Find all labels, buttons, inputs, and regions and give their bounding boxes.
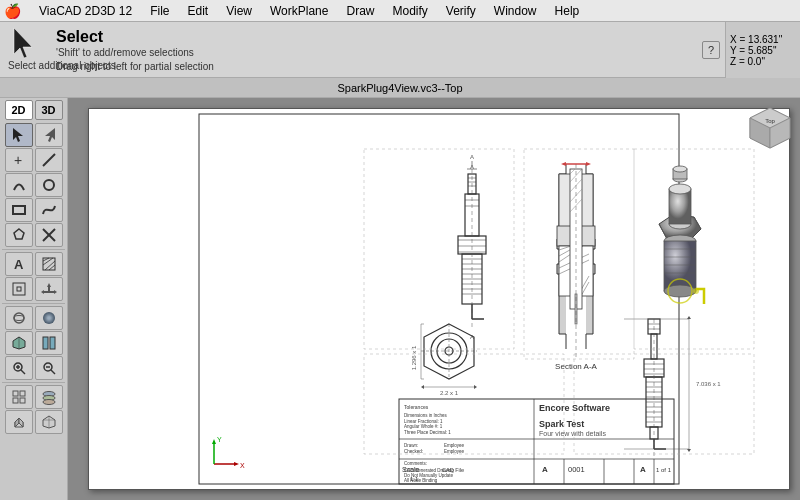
svg-rect-34: [20, 391, 25, 396]
menu-view[interactable]: View: [218, 2, 260, 20]
svg-rect-17: [17, 287, 21, 291]
svg-text:Four view with details: Four view with details: [539, 430, 606, 437]
toolbar-title: Select: [56, 28, 214, 46]
iso-view-cube[interactable]: [35, 410, 63, 434]
mode-2d-button[interactable]: 2D: [5, 100, 33, 120]
svg-text:0001: 0001: [568, 465, 585, 474]
svg-text:Tolerances: Tolerances: [404, 404, 429, 410]
fillet-tool[interactable]: [35, 331, 63, 355]
text-tools-row: A: [5, 252, 63, 276]
view-cube[interactable]: Top: [745, 103, 795, 153]
svg-line-31: [51, 370, 55, 374]
bottom-tools-row2: [5, 410, 63, 434]
svg-marker-7: [14, 229, 24, 239]
svg-text:1:1: 1:1: [410, 476, 419, 482]
svg-point-5: [44, 180, 54, 190]
menu-viacad[interactable]: ViaCAD 2D3D 12: [31, 2, 140, 20]
svg-text:+: +: [14, 152, 22, 168]
svg-marker-2: [45, 128, 55, 142]
menu-file[interactable]: File: [142, 2, 177, 20]
mode-3d-button[interactable]: 3D: [35, 100, 63, 120]
z-coord: Z = 0.0": [730, 56, 765, 67]
menu-edit[interactable]: Edit: [180, 2, 217, 20]
apple-logo: 🍎: [4, 3, 21, 19]
svg-rect-6: [13, 206, 25, 214]
rect-tool[interactable]: [5, 198, 33, 222]
spline-tool[interactable]: [35, 198, 63, 222]
svg-rect-133: [664, 241, 696, 291]
menu-workplane[interactable]: WorkPlane: [262, 2, 336, 20]
move-tool[interactable]: [35, 277, 63, 301]
svg-point-146: [693, 288, 699, 294]
svg-text:Checked:: Checked:: [404, 449, 423, 454]
svg-marker-18: [41, 283, 57, 294]
svg-text:1 of 1: 1 of 1: [656, 467, 672, 473]
circle-tool[interactable]: [35, 173, 63, 197]
svg-text:Spark Test: Spark Test: [539, 419, 584, 429]
main-area: 2D 3D +: [0, 98, 800, 500]
svg-text:Drawn:: Drawn:: [404, 443, 418, 448]
svg-point-20: [14, 316, 24, 321]
drawing-svg: Tolerances Dimensions in Inches Linear F…: [89, 109, 789, 489]
orbit-tool[interactable]: [5, 306, 33, 330]
arrow-select-tool-2[interactable]: [35, 123, 63, 147]
text-tool[interactable]: A: [5, 252, 33, 276]
menu-help[interactable]: Help: [547, 2, 588, 20]
draw-tools-row1: +: [5, 148, 63, 172]
zoom-in-tool[interactable]: [5, 356, 33, 380]
svg-text:X: X: [240, 462, 245, 469]
grid-tool[interactable]: [5, 385, 33, 409]
hatch-tool[interactable]: [35, 252, 63, 276]
svg-text:Encore Software: Encore Software: [539, 403, 610, 413]
menu-draw[interactable]: Draw: [338, 2, 382, 20]
svg-text:2.2 x 1: 2.2 x 1: [440, 390, 459, 396]
coords-panel: X = 13.631" Y = 5.685" Z = 0.0": [725, 22, 800, 78]
svg-text:Section A-A: Section A-A: [555, 362, 597, 371]
svg-text:Y: Y: [217, 436, 222, 443]
menu-verify[interactable]: Verify: [438, 2, 484, 20]
canvas-area[interactable]: Tolerances Dimensions in Inches Linear F…: [68, 98, 800, 500]
cross-tool[interactable]: [35, 223, 63, 247]
svg-point-142: [669, 184, 691, 194]
x-coord: X = 13.631": [730, 34, 782, 45]
svg-text:Three Place Decimal: 1: Three Place Decimal: 1: [404, 430, 451, 435]
svg-rect-36: [20, 398, 25, 403]
svg-text:A: A: [640, 465, 646, 474]
add-point-tool[interactable]: +: [5, 148, 33, 172]
arrow-select-tool[interactable]: [5, 123, 33, 147]
svg-rect-35: [13, 398, 18, 403]
3d-tools-row2: [5, 331, 63, 355]
svg-line-27: [21, 370, 25, 374]
svg-text:Top: Top: [765, 118, 775, 124]
toolbar-hint1: 'Shift' to add/remove selections: [56, 46, 214, 60]
menu-window[interactable]: Window: [486, 2, 545, 20]
polygon-tool[interactable]: [5, 223, 33, 247]
sphere-3d-tool[interactable]: [35, 306, 63, 330]
svg-rect-33: [13, 391, 18, 396]
svg-marker-188: [687, 449, 691, 452]
view-tools-row: [5, 356, 63, 380]
front-view-cube[interactable]: [5, 410, 33, 434]
line-tool[interactable]: [35, 148, 63, 172]
menu-modify[interactable]: Modify: [385, 2, 436, 20]
document-title: SparkPlug4View.vc3--Top: [337, 82, 462, 94]
y-coord: Y = 5.685": [730, 45, 776, 56]
layer-tool[interactable]: [35, 385, 63, 409]
svg-text:Scale: Scale: [402, 466, 420, 473]
svg-marker-187: [687, 316, 691, 319]
drawing-sheet: Tolerances Dimensions in Inches Linear F…: [88, 108, 790, 490]
extrude-tool[interactable]: [5, 331, 33, 355]
drawing-content: Tolerances Dimensions in Inches Linear F…: [89, 109, 789, 489]
svg-text:A: A: [542, 465, 548, 474]
draw-tools-row2: [5, 173, 63, 197]
menubar: 🍎 ViaCAD 2D3D 12 File Edit View WorkPlan…: [0, 0, 800, 22]
snap-tool[interactable]: [5, 277, 33, 301]
svg-text:Employee: Employee: [444, 449, 465, 454]
bottom-tools-row1: [5, 385, 63, 409]
help-button[interactable]: ?: [702, 41, 720, 59]
zoom-extent-tool[interactable]: [35, 356, 63, 380]
arc-tool[interactable]: [5, 173, 33, 197]
select-tool-icon[interactable]: [8, 26, 44, 62]
svg-point-21: [43, 312, 55, 324]
svg-point-145: [673, 166, 687, 172]
